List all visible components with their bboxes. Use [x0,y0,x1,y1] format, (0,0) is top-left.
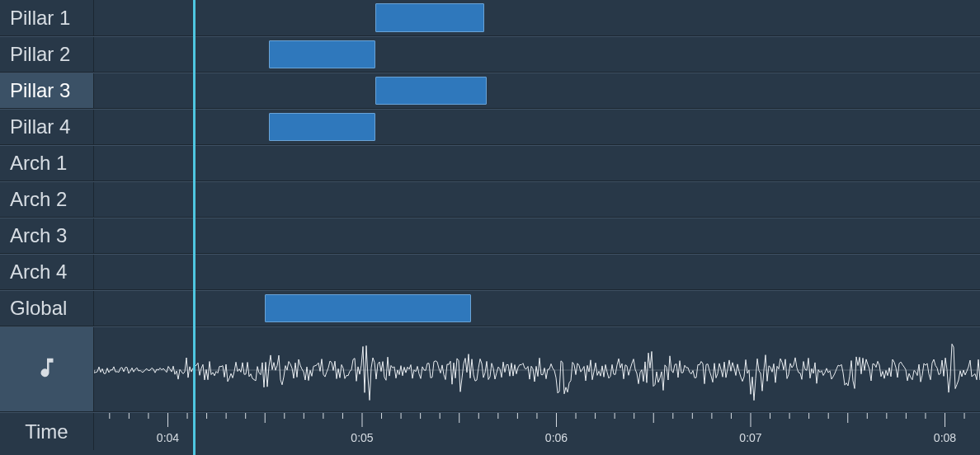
track-lane[interactable] [94,218,980,253]
track-row-arch4[interactable]: Arch 4 [0,254,980,290]
track-label[interactable]: Pillar 3 [0,73,94,108]
ruler-tick-label: 0:07 [739,431,761,444]
time-ruler[interactable]: 0:040:050:060:070:08 [94,413,980,450]
clip[interactable] [375,3,484,32]
track-row-arch1[interactable]: Arch 1 [0,145,980,181]
ruler-ticks [94,413,980,450]
track-lane[interactable] [94,110,980,144]
timeline-editor: Pillar 1 Pillar 2 Pillar 3 Pillar 4 Arch… [0,0,980,455]
track-label[interactable]: Global [0,291,94,326]
ruler-tick-label: 0:06 [545,431,568,444]
ruler-tick-label: 0:04 [157,431,179,444]
track-lane[interactable] [94,73,980,108]
clip[interactable] [265,294,471,322]
music-icon [35,355,59,383]
track-label[interactable]: Arch 2 [0,182,94,217]
track-lane[interactable] [94,0,980,35]
track-lane[interactable] [94,37,980,72]
ruler-tick-label: 0:05 [351,431,373,444]
time-ruler-row: Time 0:040:050:060:070:08 [0,412,980,450]
clip[interactable] [269,40,376,68]
track-row-pillar1[interactable]: Pillar 1 [0,0,980,36]
track-lane[interactable] [94,255,980,289]
track-label[interactable]: Arch 3 [0,218,94,253]
track-lane[interactable] [94,182,980,217]
track-row-global[interactable]: Global [0,290,980,326]
track-lane[interactable] [94,291,980,326]
audio-waveform-lane[interactable] [94,327,980,411]
clip[interactable] [269,113,376,141]
ruler-label: Time [0,413,94,450]
track-label[interactable]: Pillar 4 [0,110,94,144]
ruler-tick-label: 0:08 [934,431,956,444]
track-label[interactable]: Pillar 1 [0,0,94,35]
audio-track-label[interactable] [0,327,94,411]
audio-track-row[interactable] [0,326,980,412]
waveform [94,327,980,411]
track-row-arch2[interactable]: Arch 2 [0,181,980,218]
track-label[interactable]: Pillar 2 [0,37,94,72]
track-label[interactable]: Arch 4 [0,255,94,289]
track-label[interactable]: Arch 1 [0,146,94,181]
track-row-pillar3[interactable]: Pillar 3 [0,73,980,109]
clip[interactable] [375,77,486,105]
track-lane[interactable] [94,146,980,181]
track-row-pillar2[interactable]: Pillar 2 [0,36,980,73]
track-row-arch3[interactable]: Arch 3 [0,218,980,254]
track-row-pillar4[interactable]: Pillar 4 [0,109,980,145]
